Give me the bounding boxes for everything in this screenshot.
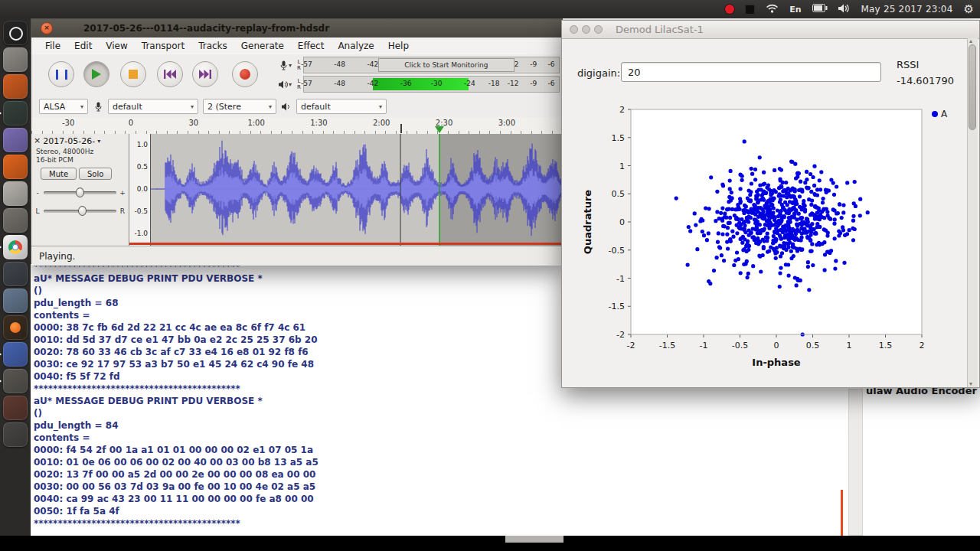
waveform-display[interactable]	[151, 134, 564, 246]
gain-slider-thumb[interactable]	[76, 187, 84, 197]
pan-slider-thumb[interactable]	[78, 206, 87, 216]
ubuntu-software-icon[interactable]	[3, 155, 28, 179]
track-menu-icon[interactable]: ▾	[97, 138, 100, 145]
clock[interactable]: May 25 2017 23:04	[861, 4, 953, 15]
skip-to-end-button[interactable]	[192, 61, 218, 87]
scrollbar-thumb[interactable]	[969, 44, 976, 130]
recording-meter[interactable]: ▾ LR Click to Start Monitoring -57-48-42…	[278, 56, 560, 74]
svg-text:-0.5: -0.5	[732, 341, 748, 350]
console-line: 0040: ca 99 ac 43 23 00 11 11 00 00 00 0…	[34, 493, 318, 505]
close-button[interactable]: ×	[41, 22, 53, 34]
wifi-icon[interactable]	[766, 3, 779, 15]
pan-slider[interactable]	[44, 210, 116, 213]
menu-help[interactable]: Help	[382, 39, 415, 53]
microphone-icon	[278, 60, 289, 70]
app-indicator-icon[interactable]	[745, 5, 755, 15]
svg-text:1.5: 1.5	[879, 341, 893, 350]
device-toolbar: ALSA ▾ default ▾ 2 (Stere ▾ default ▾	[31, 96, 562, 118]
digigain-input[interactable]	[621, 62, 881, 82]
boxes-icon[interactable]	[3, 289, 28, 313]
play-meter-scale[interactable]: -57-48-42-36-30-24-18-12-9-6	[303, 76, 560, 93]
audacity-icon[interactable]	[3, 342, 28, 367]
recording-device-select[interactable]: default ▾	[108, 99, 198, 114]
running-indicator	[0, 352, 2, 357]
grc-console[interactable]: ****************************************…	[34, 260, 318, 530]
menu-effect[interactable]: Effect	[292, 39, 331, 53]
menu-view[interactable]: View	[100, 39, 133, 53]
menu-transport[interactable]: Transport	[136, 39, 191, 53]
play-icon	[92, 69, 101, 80]
scroll-down-icon[interactable]: ▾	[969, 380, 972, 387]
playhead-marker[interactable]	[435, 126, 444, 133]
meter-scale-label: -30	[431, 80, 443, 87]
grc-scrollbar[interactable]	[848, 389, 863, 536]
menu-tracks[interactable]: Tracks	[192, 39, 234, 53]
volume-icon[interactable]	[838, 4, 851, 15]
host-select[interactable]: ALSA ▾	[39, 99, 88, 114]
track-name-row[interactable]: × 2017-05-26- ▾	[34, 135, 126, 146]
record-meter-scale[interactable]: Click to Start Monitoring -57-48-42-36-3…	[303, 57, 560, 73]
package-manager-icon[interactable]	[3, 396, 28, 420]
timeline-ruler[interactable]: -300301:001:302:002:303:00	[31, 117, 562, 135]
channels-select[interactable]: 2 (Stere ▾	[203, 99, 276, 114]
timeline-label: 1:30	[310, 119, 327, 127]
archive-manager-icon[interactable]	[3, 422, 28, 447]
scroll-up-icon[interactable]: ▴	[969, 37, 972, 44]
menu-file[interactable]: File	[39, 39, 67, 53]
meter-dropdown-icon[interactable]: ▾	[289, 62, 295, 69]
svg-text:-1: -1	[616, 274, 625, 284]
gear-icon[interactable]: ⚙	[964, 4, 974, 15]
record-button[interactable]	[232, 61, 258, 87]
menu-edit[interactable]: Edit	[68, 39, 98, 53]
track-name[interactable]: 2017-05-26-	[43, 136, 95, 146]
rhythmbox-icon[interactable]	[3, 74, 28, 99]
meter-dropdown-icon[interactable]: ▾	[289, 81, 295, 88]
demod-scrollbar[interactable]: ▴ ▾	[967, 38, 978, 387]
meter-scale-label: -18	[488, 80, 500, 87]
monitoring-hint[interactable]: Click to Start Monitoring	[378, 58, 514, 72]
chevron-down-icon: ▾	[80, 103, 83, 110]
rssi-label: RSSI	[897, 59, 919, 70]
battery-icon[interactable]	[812, 4, 828, 15]
console-line: ****************************************…	[34, 517, 318, 530]
audacity-titlebar[interactable]: × 2017-05-26---0114--audacity-replay-fro…	[31, 19, 562, 37]
console-line: contents =	[34, 309, 318, 321]
track-control-panel[interactable]: × 2017-05-26- ▾ Stereo, 48000Hz 16-bit P…	[31, 134, 129, 246]
stop-button[interactable]	[120, 61, 146, 87]
mute-button[interactable]: Mute	[41, 168, 77, 180]
chromium-icon[interactable]	[3, 235, 28, 259]
skip-to-start-button[interactable]	[157, 61, 183, 87]
gain-slider[interactable]	[44, 191, 116, 194]
play-button[interactable]	[83, 61, 109, 87]
console-line: ()	[34, 407, 318, 419]
y-axis-ticks: 21.510.50-0.5-1-1.5-2	[609, 105, 631, 340]
system-settings-icon[interactable]	[3, 208, 28, 233]
firefox-icon[interactable]	[3, 315, 28, 340]
meter-toolbar: ▾ LR Click to Start Monitoring -57-48-42…	[278, 56, 560, 94]
screen-record-indicator-icon[interactable]	[725, 5, 734, 14]
smartphone-icon[interactable]	[3, 262, 28, 286]
keyboard-layout-indicator[interactable]: En	[789, 5, 801, 15]
terminal-icon[interactable]	[3, 369, 28, 393]
track-close-button[interactable]: ×	[34, 136, 41, 145]
playback-device-select[interactable]: default ▾	[296, 99, 387, 114]
pause-button[interactable]	[48, 61, 74, 87]
close-button[interactable]	[570, 25, 578, 34]
demod-titlebar[interactable]: Demod LilacSat-1	[562, 21, 979, 39]
minimize-button[interactable]	[582, 25, 590, 34]
dash-home-icon[interactable]	[3, 21, 28, 45]
files-icon[interactable]	[3, 47, 28, 72]
solo-button[interactable]: Solo	[79, 168, 112, 180]
stop-icon	[129, 70, 138, 79]
sdr-app-icon[interactable]	[3, 101, 28, 126]
menu-generate[interactable]: Generate	[235, 39, 290, 53]
image-viewer-icon[interactable]	[3, 128, 28, 152]
desktop: ****************************************…	[0, 0, 980, 551]
svg-text:-1.5: -1.5	[659, 341, 675, 350]
svg-text:A: A	[941, 109, 948, 119]
text-editor-icon[interactable]	[3, 181, 28, 206]
maximize-button[interactable]	[594, 25, 603, 34]
legend: A	[932, 109, 948, 119]
menu-analyze[interactable]: Analyze	[332, 39, 380, 53]
playback-meter[interactable]: ▾ LR -57-48-42-36-30-24-18-12-9-6	[278, 75, 560, 93]
